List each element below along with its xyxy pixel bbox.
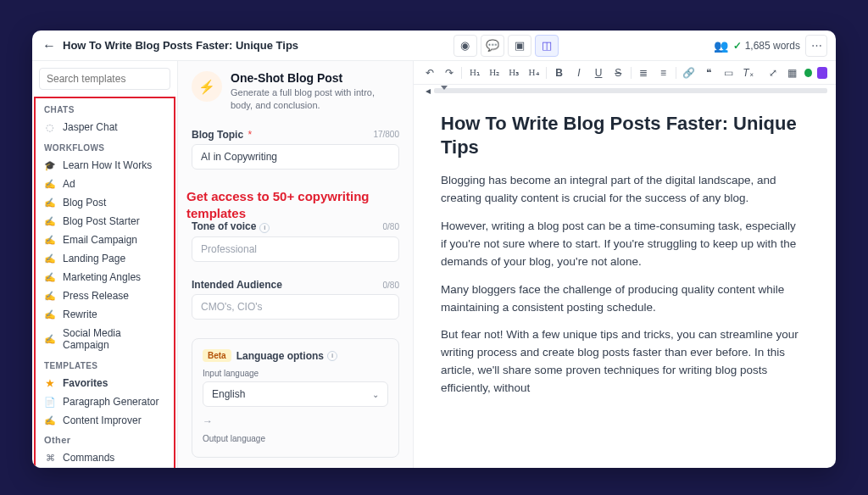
language-options-box: Beta Language options i Input language E… bbox=[192, 338, 399, 458]
sidebar-item-label: Blog Post Starter bbox=[63, 215, 140, 227]
sidebar-item-label: Social Media Campaign bbox=[63, 327, 165, 351]
ai-assist-button[interactable] bbox=[817, 67, 827, 79]
sidebar-item-blog-post-starter[interactable]: Blog Post Starter bbox=[36, 212, 174, 231]
status-green-icon[interactable] bbox=[804, 69, 812, 77]
select-value: English bbox=[212, 388, 245, 400]
search-input[interactable] bbox=[39, 68, 170, 90]
beta-badge: Beta bbox=[203, 349, 231, 362]
editor-content[interactable]: How To Write Blog Posts Faster: Unique T… bbox=[414, 97, 836, 468]
post-paragraph: Blogging has become an integral part of … bbox=[441, 172, 804, 208]
document-title: How To Write Blog Posts Faster: Unique T… bbox=[63, 39, 298, 52]
more-menu-button[interactable]: ⋯ bbox=[805, 35, 827, 57]
editor-pane: ↶ ↷ H₁ H₂ H₃ H₄ B I U S ≣ ≡ 🔗 ❝ ▭ Tₓ bbox=[414, 61, 836, 468]
section-chats: CHATS bbox=[36, 98, 174, 118]
h4-button[interactable]: H₄ bbox=[526, 67, 541, 78]
favorites-heading: ★Favorites bbox=[36, 374, 174, 392]
template-title: One-Shot Blog Post bbox=[231, 71, 399, 85]
template-form: ⚡ One-Shot Blog Post Generate a full blo… bbox=[178, 61, 414, 468]
sidebar-item-ad[interactable]: Ad bbox=[36, 175, 174, 193]
back-button[interactable]: ← bbox=[41, 38, 58, 53]
sidebar-item-email[interactable]: Email Campaign bbox=[36, 231, 174, 249]
chevron-down-icon: ⌄ bbox=[372, 390, 379, 399]
strike-button[interactable]: S bbox=[611, 67, 626, 79]
tone-count: 0/80 bbox=[383, 222, 399, 231]
preview-icon[interactable]: ◉ bbox=[453, 35, 477, 57]
sidebar-item-label: Paragraph Generator bbox=[63, 396, 159, 408]
language-options-label: Language options bbox=[236, 350, 324, 362]
sidebar-item-content-improver[interactable]: Content Improver bbox=[36, 411, 174, 430]
tone-input[interactable] bbox=[192, 236, 399, 262]
clear-format-button[interactable]: Tₓ bbox=[741, 67, 755, 79]
sidebar-item-label: Learn How It Works bbox=[63, 159, 152, 171]
sidebar-item-label: Ad bbox=[63, 178, 75, 190]
expand-icon[interactable]: ⤢ bbox=[765, 67, 780, 79]
chat-icon[interactable]: 💬 bbox=[481, 35, 504, 57]
input-language-select[interactable]: English ⌄ bbox=[203, 381, 388, 407]
sidebar-item-label: Commands bbox=[63, 452, 114, 464]
highlighted-templates-region: CHATS ◌Jasper Chat WORKFLOWS 🎓Learn How … bbox=[34, 97, 175, 468]
tone-label: Tone of voicei bbox=[192, 220, 270, 233]
italic-button[interactable]: I bbox=[571, 67, 586, 79]
template-description: Generate a full blog post with intro, bo… bbox=[231, 86, 399, 112]
audience-count: 0/80 bbox=[383, 281, 399, 290]
numbered-list-button[interactable]: ≡ bbox=[656, 67, 670, 79]
info-icon[interactable]: i bbox=[259, 223, 270, 233]
blog-topic-input[interactable] bbox=[192, 144, 399, 170]
post-title: How To Write Blog Posts Faster: Unique T… bbox=[441, 112, 804, 159]
layout-single-icon[interactable]: ▣ bbox=[508, 35, 531, 57]
blog-topic-count: 17/800 bbox=[373, 130, 399, 139]
sidebar-item-label: Rewrite bbox=[63, 309, 97, 320]
view-mode-group: ◉ 💬 ▣ ◫ bbox=[453, 35, 559, 57]
word-count: ✓ 1,685 words bbox=[733, 40, 800, 52]
sidebar-item-rewrite[interactable]: Rewrite bbox=[36, 305, 174, 324]
post-paragraph: Many bloggers face the challenge of prod… bbox=[441, 281, 804, 317]
sidebar-item-paragraph-gen[interactable]: 📄Paragraph Generator bbox=[36, 392, 174, 411]
image-button[interactable]: ▭ bbox=[721, 67, 736, 79]
editor-toolbar: ↶ ↷ H₁ H₂ H₃ H₄ B I U S ≣ ≡ 🔗 ❝ ▭ Tₓ bbox=[414, 61, 836, 85]
audience-input[interactable] bbox=[192, 294, 399, 320]
ruler-bar[interactable] bbox=[434, 88, 827, 93]
template-sidebar: CHATS ◌Jasper Chat WORKFLOWS 🎓Learn How … bbox=[32, 61, 178, 468]
h3-button[interactable]: H₃ bbox=[507, 67, 521, 78]
redo-icon[interactable]: ↷ bbox=[442, 67, 456, 79]
grid-icon[interactable]: ▦ bbox=[785, 67, 799, 79]
sidebar-item-one-shot[interactable]: ⚡One-Shot Blog Post bbox=[36, 467, 174, 468]
sidebar-item-label: Press Release bbox=[63, 290, 129, 302]
sidebar-item-blog-post[interactable]: Blog Post bbox=[36, 193, 174, 212]
sidebar-item-label: Jasper Chat bbox=[63, 121, 118, 133]
sidebar-item-label: Marketing Angles bbox=[63, 271, 141, 283]
section-templates: TEMPLATES bbox=[36, 354, 174, 374]
sidebar-item-landing[interactable]: Landing Page bbox=[36, 249, 174, 268]
sidebar-item-jasper-chat[interactable]: ◌Jasper Chat bbox=[36, 118, 174, 136]
audience-label: Intended Audience bbox=[192, 279, 282, 291]
layout-split-icon[interactable]: ◫ bbox=[535, 35, 559, 57]
undo-icon[interactable]: ↶ bbox=[422, 67, 437, 79]
h1-button[interactable]: H₁ bbox=[467, 67, 481, 78]
bold-button[interactable]: B bbox=[552, 67, 566, 79]
sidebar-item-marketing-angles[interactable]: Marketing Angles bbox=[36, 268, 174, 286]
ruler-indent-marker[interactable] bbox=[441, 86, 448, 90]
underline-button[interactable]: U bbox=[591, 67, 605, 79]
blog-topic-label: Blog Topic * bbox=[192, 129, 252, 141]
collaborators-icon[interactable]: 👥 bbox=[714, 39, 728, 53]
input-language-label: Input language bbox=[203, 369, 388, 378]
link-button[interactable]: 🔗 bbox=[682, 67, 696, 79]
quote-button[interactable]: ❝ bbox=[701, 67, 715, 79]
post-paragraph: But fear not! With a few unique tips and… bbox=[441, 326, 804, 398]
info-icon[interactable]: i bbox=[327, 351, 337, 361]
output-language-label: Output language bbox=[203, 434, 388, 443]
sidebar-item-learn[interactable]: 🎓Learn How It Works bbox=[36, 156, 174, 175]
section-workflows: WORKFLOWS bbox=[36, 136, 174, 156]
bullet-list-button[interactable]: ≣ bbox=[637, 67, 651, 79]
check-icon: ✓ bbox=[733, 40, 742, 52]
sidebar-item-label: Email Campaign bbox=[63, 234, 137, 246]
word-count-text: 1,685 words bbox=[745, 40, 800, 52]
sidebar-item-commands[interactable]: ⌘Commands bbox=[36, 448, 174, 467]
swap-icon[interactable]: → bbox=[203, 415, 388, 427]
sidebar-item-social[interactable]: Social Media Campaign bbox=[36, 324, 174, 354]
sidebar-item-press[interactable]: Press Release bbox=[36, 286, 174, 305]
h2-button[interactable]: H₂ bbox=[487, 67, 502, 78]
ruler-left-icon[interactable]: ◂ bbox=[422, 85, 434, 97]
app-frame: ← How To Write Blog Posts Faster: Unique… bbox=[32, 31, 836, 468]
post-paragraph: However, writing a blog post can be a ti… bbox=[441, 218, 804, 271]
